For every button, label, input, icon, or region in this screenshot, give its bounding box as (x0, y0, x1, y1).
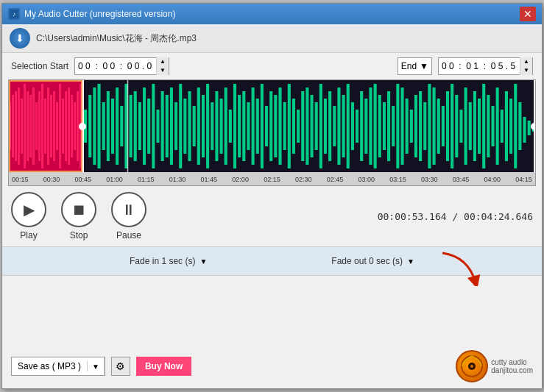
play-button[interactable]: ▶ Play (11, 192, 46, 240)
selection-start-up[interactable]: ▲ (157, 57, 169, 66)
svg-rect-13 (38, 91, 40, 161)
svg-rect-119 (492, 106, 495, 146)
svg-rect-58 (215, 91, 218, 161)
pause-circle[interactable]: ⏸ (111, 192, 146, 227)
handle-left-line[interactable] (82, 80, 84, 172)
svg-rect-42 (143, 88, 146, 165)
svg-rect-16 (47, 88, 49, 165)
svg-rect-40 (134, 91, 137, 161)
settings-button[interactable]: ⚙ (111, 357, 130, 376)
play-circle[interactable]: ▶ (11, 192, 46, 227)
controls-area: ▶ Play ⏹ Stop ⏸ Pause 00:00:53.164 / 00:… (2, 186, 542, 246)
svg-rect-35 (111, 99, 114, 154)
svg-rect-78 (305, 88, 308, 165)
fade-area: Fade in 1 sec (s) ▼ Fade out 0 sec (s) ▼ (2, 246, 542, 276)
svg-rect-25 (74, 102, 76, 150)
svg-rect-72 (279, 88, 282, 165)
svg-rect-116 (478, 99, 481, 154)
svg-rect-24 (71, 95, 73, 157)
end-label: End (401, 61, 417, 71)
pause-button[interactable]: ⏸ Pause (111, 192, 146, 240)
close-button[interactable]: ✕ (520, 7, 536, 21)
main-window: ♪ My Audio Cutter (unregistered version)… (1, 3, 543, 389)
save-as-dropdown-arrow[interactable]: ▼ (88, 357, 105, 375)
timeline-marks: 00:15 00:30 00:45 01:00 01:15 01:30 01:4… (12, 176, 532, 183)
svg-rect-49 (174, 102, 177, 150)
fade-out-label: Fade out 0 sec (s) (331, 256, 403, 266)
svg-rect-37 (120, 106, 123, 146)
svg-rect-39 (130, 95, 133, 157)
svg-rect-5 (15, 91, 17, 161)
selection-end-spinner[interactable]: ▲ ▼ (520, 57, 532, 75)
mark-3: 01:00 (106, 176, 123, 183)
app-icon: ♪ (8, 8, 20, 20)
fade-out-dropdown[interactable]: ▼ (407, 257, 414, 266)
logo-icon (456, 350, 488, 382)
svg-rect-98 (396, 84, 399, 168)
svg-rect-59 (220, 99, 223, 154)
svg-rect-95 (383, 102, 386, 150)
svg-rect-75 (292, 99, 295, 154)
waveform-container[interactable]: 00:15 00:30 00:45 01:00 01:15 01:30 01:4… (8, 79, 536, 186)
svg-rect-120 (496, 88, 499, 165)
logo-line1: cutty audio (491, 358, 533, 366)
logo-area: cutty audio danjitou.com (456, 350, 533, 382)
stop-label: Stop (70, 230, 88, 240)
selection-start-label: Selection Start (11, 61, 68, 71)
window-title: My Audio Cutter (unregistered version) (24, 9, 520, 19)
svg-rect-33 (102, 102, 105, 150)
selection-start-spinner[interactable]: ▲ ▼ (156, 57, 169, 75)
waveform-canvas[interactable] (9, 80, 535, 172)
svg-rect-88 (351, 102, 354, 150)
svg-rect-64 (242, 91, 245, 161)
svg-text:♪: ♪ (13, 11, 15, 18)
svg-rect-10 (29, 95, 32, 157)
svg-rect-101 (410, 110, 413, 143)
svg-rect-19 (56, 102, 58, 150)
svg-rect-91 (364, 99, 367, 154)
waveform-unselected-svg (82, 80, 535, 172)
svg-rect-109 (446, 91, 449, 161)
svg-rect-81 (319, 84, 322, 168)
svg-rect-55 (202, 95, 205, 157)
buy-now-button[interactable]: Buy Now (136, 357, 191, 376)
svg-rect-47 (166, 95, 169, 157)
arrow-indicator (439, 249, 483, 288)
svg-rect-11 (32, 88, 35, 165)
selection-end-up[interactable]: ▲ (520, 57, 532, 66)
svg-rect-20 (59, 84, 61, 168)
svg-rect-23 (68, 88, 70, 165)
waveform-timeline: 00:15 00:30 00:45 01:00 01:15 01:30 01:4… (9, 172, 535, 186)
svg-rect-60 (225, 88, 227, 165)
fade-in-dropdown[interactable]: ▼ (199, 257, 207, 266)
selection-start-input[interactable] (75, 61, 156, 71)
selection-start-input-group[interactable]: ▲ ▼ (74, 57, 169, 75)
svg-rect-3 (9, 102, 11, 150)
svg-rect-85 (337, 88, 340, 165)
handle-right-line[interactable] (534, 80, 535, 172)
save-as-group[interactable]: Save as ( MP3 ) ▼ (11, 357, 105, 376)
svg-rect-6 (18, 88, 20, 165)
svg-rect-74 (288, 84, 291, 168)
svg-rect-54 (197, 88, 200, 165)
svg-rect-70 (269, 91, 272, 161)
mark-11: 03:00 (358, 176, 375, 183)
svg-rect-71 (274, 95, 277, 157)
svg-rect-92 (370, 88, 372, 165)
selection-end-input-group[interactable]: ▲ ▼ (438, 57, 533, 75)
end-dropdown[interactable]: End ▼ (398, 57, 432, 75)
mark-13: 03:30 (421, 176, 438, 183)
svg-rect-67 (256, 99, 259, 154)
selection-end-down[interactable]: ▼ (520, 66, 532, 75)
selection-end-input[interactable] (439, 61, 520, 71)
selection-start-down[interactable]: ▼ (157, 66, 169, 75)
end-dropdown-arrow[interactable]: ▼ (420, 61, 428, 71)
svg-rect-36 (116, 88, 119, 165)
svg-rect-21 (62, 99, 64, 154)
svg-rect-110 (451, 84, 453, 168)
stop-circle[interactable]: ⏹ (61, 192, 96, 227)
stop-button[interactable]: ⏹ Stop (61, 192, 96, 240)
svg-rect-115 (473, 91, 476, 161)
svg-rect-48 (170, 88, 173, 165)
svg-rect-51 (183, 99, 186, 154)
